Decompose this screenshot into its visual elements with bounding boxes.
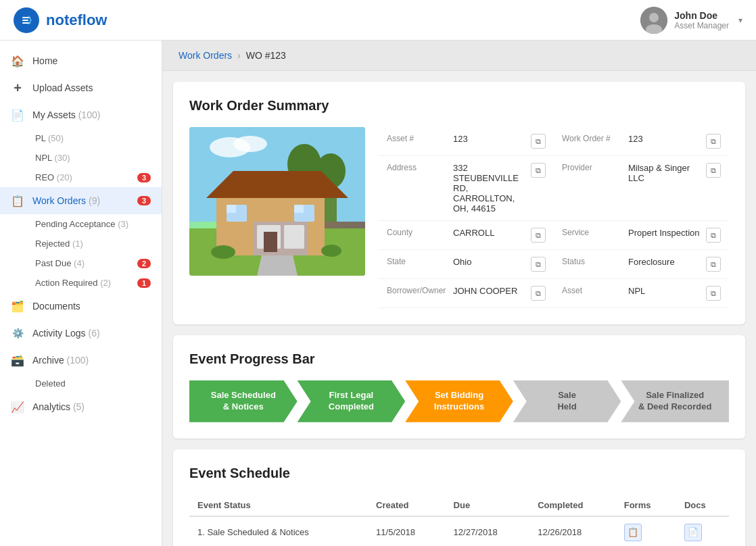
event-completed: 12/26/2018 — [529, 516, 616, 546]
event-docs: 📄 — [676, 516, 729, 546]
archive-sub-items: Deleted — [0, 374, 162, 393]
main-layout: 🏠 Home + Upload Assets 📄 My Assets (100)… — [0, 41, 756, 546]
progress-step-5: Sale Finalized& Deed Recorded — [621, 380, 729, 422]
sidebar-label-upload: Upload Assets — [32, 82, 151, 93]
status-label: Status — [562, 257, 623, 266]
home-icon: 🏠 — [11, 54, 24, 68]
sidebar-label-my-assets: My Assets (100) — [32, 109, 151, 120]
col-event-status: Event Status — [189, 495, 368, 516]
event-progress-title: Event Progress Bar — [189, 351, 729, 367]
county-field: County CARROLL ⧉ — [379, 221, 554, 250]
copy-asset-number-button[interactable]: ⧉ — [531, 134, 546, 149]
sidebar-item-rejected[interactable]: Rejected (1) — [0, 234, 162, 253]
copy-provider-button[interactable]: ⧉ — [706, 163, 721, 178]
svg-point-23 — [211, 245, 235, 259]
sidebar-item-activity-logs[interactable]: ⚙️ Activity Logs (6) — [0, 320, 162, 347]
event-table-body: 1. Sale Scheduled & Notices 11/5/2018 12… — [189, 516, 729, 546]
action-required-badge: 1 — [137, 278, 151, 288]
copy-work-order-number-button[interactable]: ⧉ — [706, 134, 721, 149]
copy-state-button[interactable]: ⧉ — [531, 257, 546, 272]
service-label: Service — [562, 228, 623, 237]
copy-asset-type-button[interactable]: ⧉ — [706, 286, 721, 301]
svg-rect-21 — [294, 205, 304, 213]
col-created: Created — [368, 495, 445, 516]
summary-card-title: Work Order Summary — [189, 98, 729, 114]
work-order-summary-card: Work Order Summary — [173, 82, 745, 324]
work-order-number-value: 123 — [628, 134, 701, 144]
col-docs: Docs — [676, 495, 729, 516]
sidebar-item-past-due[interactable]: Past Due (4) 2 — [0, 253, 162, 273]
copy-status-button[interactable]: ⧉ — [706, 257, 721, 272]
progress-step-1: Sale Scheduled& Notices — [189, 380, 298, 422]
sidebar: 🏠 Home + Upload Assets 📄 My Assets (100)… — [0, 41, 162, 546]
address-value: 332 STEUBENVILLE RD, CARROLLTON, OH, 446… — [453, 163, 525, 214]
service-field: Service Propert Inspection ⧉ — [554, 221, 729, 250]
past-due-label: Past Due (4) — [35, 258, 85, 268]
step-3-label: Set BiddingInstructions — [434, 390, 484, 413]
copy-borrower-button[interactable]: ⧉ — [531, 286, 546, 301]
progress-step-4: SaleHeld — [513, 380, 621, 422]
sidebar-item-work-orders[interactable]: 📋 Work Orders (9) 3 — [0, 187, 162, 214]
step-1-label: Sale Scheduled& Notices — [211, 390, 276, 413]
sidebar-item-home[interactable]: 🏠 Home — [0, 47, 162, 74]
sidebar-item-npl[interactable]: NPL (30) — [0, 148, 162, 168]
summary-content: Asset # 123 ⧉ Work Order # 123 ⧉ Address… — [189, 127, 729, 308]
activity-icon: ⚙️ — [11, 326, 24, 340]
status-value: Foreclosure — [628, 257, 701, 267]
pending-label: Pending Acceptance (3) — [35, 219, 128, 229]
svg-point-24 — [321, 245, 341, 257]
event-schedule-title: Event Schedule — [189, 466, 729, 481]
reo-badge: 3 — [137, 173, 151, 182]
rejected-label: Rejected (1) — [35, 239, 83, 249]
copy-county-button[interactable]: ⧉ — [531, 228, 546, 243]
step-4-label: SaleHeld — [557, 390, 576, 413]
sidebar-item-my-assets[interactable]: 📄 My Assets (100) — [0, 101, 162, 128]
svg-point-6 — [233, 136, 267, 152]
status-field: Status Foreclosure ⧉ — [554, 250, 729, 279]
logo-area: noteflow — [14, 7, 107, 33]
sidebar-item-analytics[interactable]: 📈 Analytics (5) — [0, 393, 162, 420]
sidebar-item-pl[interactable]: PL (50) — [0, 128, 162, 148]
sidebar-item-pending-acceptance[interactable]: Pending Acceptance (3) — [0, 214, 162, 234]
breadcrumb-parent[interactable]: Work Orders — [179, 50, 232, 61]
event-progress-card: Event Progress Bar Sale Scheduled& Notic… — [173, 335, 745, 439]
copy-address-button[interactable]: ⧉ — [531, 163, 546, 178]
doc-icon[interactable]: 📄 — [684, 524, 702, 541]
documents-icon: 🗂️ — [11, 299, 24, 313]
col-due: Due — [446, 495, 530, 516]
event-table-header: Event Status Created Due Completed Forms… — [189, 495, 729, 516]
service-value: Propert Inspection — [628, 228, 701, 238]
form-icon[interactable]: 📋 — [624, 524, 642, 541]
reo-label: REO (20) — [35, 172, 72, 182]
sidebar-item-action-required[interactable]: Action Required (2) 1 — [0, 273, 162, 293]
provider-value: Milsap & Singer LLC — [628, 163, 701, 183]
action-required-label: Action Required (2) — [35, 278, 111, 288]
app-header: noteflow John Doe Asset Manager ▾ — [0, 0, 756, 41]
copy-service-button[interactable]: ⧉ — [706, 228, 721, 243]
app-logo-text: noteflow — [46, 11, 107, 29]
sidebar-item-reo[interactable]: REO (20) 3 — [0, 168, 162, 187]
breadcrumb-current: WO #123 — [246, 50, 286, 61]
sidebar-item-upload-assets[interactable]: + Upload Assets — [0, 74, 162, 101]
analytics-icon: 📈 — [11, 400, 24, 414]
address-label: Address — [387, 163, 448, 172]
sidebar-label-activity: Activity Logs (6) — [32, 328, 151, 339]
county-value: CARROLL — [453, 228, 525, 238]
sidebar-label-work-orders: Work Orders (9) — [32, 195, 129, 206]
main-content: Work Orders › WO #123 Work Order Summary — [162, 41, 756, 546]
state-label: State — [387, 257, 448, 266]
user-menu[interactable]: John Doe Asset Manager ▾ — [640, 7, 742, 34]
sidebar-item-deleted[interactable]: Deleted — [0, 374, 162, 393]
step-5-label: Sale Finalized& Deed Recorded — [638, 390, 711, 413]
event-forms: 📋 — [616, 516, 676, 546]
sidebar-item-archive[interactable]: 🗃️ Archive (100) — [0, 347, 162, 374]
summary-fields: Asset # 123 ⧉ Work Order # 123 ⧉ Address… — [379, 127, 729, 308]
asset-number-field: Asset # 123 ⧉ — [379, 127, 554, 156]
event-created: 11/5/2018 — [368, 516, 445, 546]
state-value: Ohio — [453, 257, 525, 267]
col-forms: Forms — [616, 495, 676, 516]
sidebar-item-documents[interactable]: 🗂️ Documents — [0, 293, 162, 320]
event-schedule-card: Event Schedule Event Status Created Due … — [173, 449, 745, 546]
svg-rect-22 — [264, 232, 277, 252]
provider-label: Provider — [562, 163, 623, 172]
